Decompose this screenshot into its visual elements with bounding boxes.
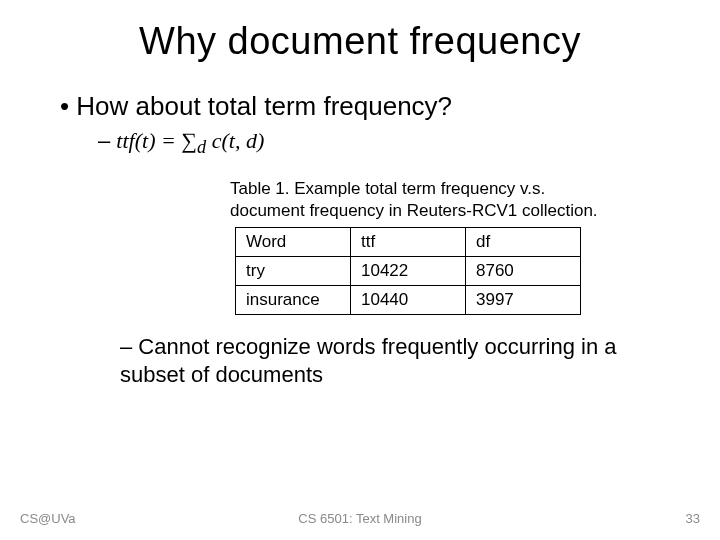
table-row: try 10422 8760 [236,256,581,285]
formula-rhs: c(t, d) [206,128,264,153]
bullet-level1: How about total term frequency? [60,91,670,122]
cell: 10422 [351,256,466,285]
table-caption: Table 1. Example total term frequency v.… [230,178,670,221]
caption-line-2: document frequency in Reuters-RCV1 colle… [230,201,598,220]
col-header: df [466,227,581,256]
footer-right: 33 [686,511,700,526]
formula-subscript: d [197,137,206,157]
table-header-row: Word ttf df [236,227,581,256]
slide-body: How about total term frequency? ttf(t) =… [0,63,720,390]
cell: 3997 [466,285,581,314]
frequency-table: Word ttf df try 10422 8760 insurance 104… [235,227,581,315]
cell: try [236,256,351,285]
bullet-note: Cannot recognize words frequently occurr… [120,333,670,390]
bullet-formula: ttf(t) = ∑d c(t, d) [98,128,670,158]
footer-center: CS 6501: Text Mining [0,511,720,526]
slide: Why document frequency How about total t… [0,0,720,540]
formula-lhs: ttf(t) = ∑ [116,128,197,153]
cell: 10440 [351,285,466,314]
slide-title: Why document frequency [0,0,720,63]
col-header: Word [236,227,351,256]
col-header: ttf [351,227,466,256]
cell: insurance [236,285,351,314]
caption-line-1: Table 1. Example total term frequency v.… [230,179,545,198]
cell: 8760 [466,256,581,285]
table-row: insurance 10440 3997 [236,285,581,314]
